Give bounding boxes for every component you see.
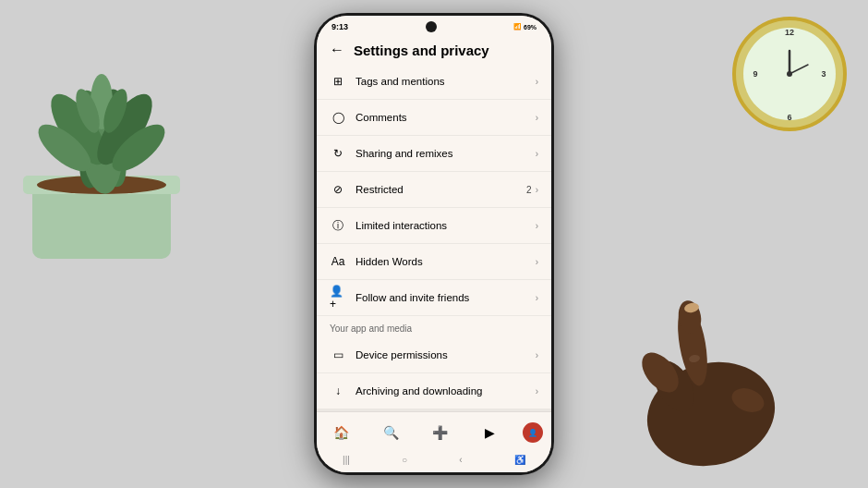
nav-search[interactable]: 🔍: [374, 420, 407, 445]
setting-label-follow: Follow and invite friends: [356, 292, 536, 303]
clock-decoration: 12 3 6 9: [729, 9, 850, 142]
setting-item-accessibility[interactable]: ⊕ Accessibility ›: [317, 409, 551, 411]
chevron-icon: ›: [536, 386, 538, 396]
nav-home[interactable]: 🏠: [325, 420, 358, 445]
setting-item-archiving[interactable]: ↓ Archiving and downloading ›: [317, 373, 551, 409]
svg-text:6: 6: [787, 113, 791, 122]
android-accessibility: ♿: [507, 453, 533, 467]
nav-add[interactable]: ➕: [424, 420, 457, 445]
chevron-icon: ›: [536, 113, 538, 123]
setting-item-tags[interactable]: ⊞ Tags and mentions ›: [317, 64, 551, 100]
setting-label-comments: Comments: [356, 112, 536, 123]
section-label-app-media: Your app and media: [317, 316, 551, 337]
setting-item-hidden-words[interactable]: Aa Hidden Words ›: [317, 244, 551, 280]
setting-item-comments[interactable]: ◯ Comments ›: [317, 100, 551, 136]
comments-icon: ◯: [330, 109, 346, 126]
android-nav: ||| ○ ‹ ♿: [317, 449, 551, 472]
setting-label-device: Device permissions: [356, 349, 536, 360]
android-home[interactable]: ○: [394, 453, 415, 467]
setting-label-archiving: Archiving and downloading: [356, 385, 536, 396]
nav-reels[interactable]: ▶: [474, 420, 507, 445]
setting-label-restricted: Restricted: [356, 184, 526, 195]
follow-icon: 👤+: [330, 289, 346, 306]
phone-device: 9:13 📶 69% ← Settings and privacy ⊞ Tags…: [314, 13, 554, 475]
device-icon: ▭: [330, 347, 346, 363]
sharing-icon: ↻: [330, 145, 346, 162]
nav-profile[interactable]: 👤: [523, 422, 543, 443]
battery-icon: 69%: [524, 24, 536, 30]
setting-item-limited[interactable]: ⓘ Limited interactions ›: [317, 208, 551, 244]
setting-label-limited: Limited interactions: [356, 220, 536, 231]
chevron-icon: ›: [536, 257, 538, 267]
back-button[interactable]: ←: [330, 42, 344, 58]
status-icons: 📶 69%: [513, 23, 536, 30]
settings-list: ⊞ Tags and mentions › ◯ Comments › ↻ Sha…: [317, 64, 551, 411]
setting-label-hidden-words: Hidden Words: [356, 256, 536, 267]
limited-icon: ⓘ: [330, 217, 346, 234]
android-recent[interactable]: |||: [335, 453, 357, 467]
svg-text:12: 12: [785, 28, 794, 37]
svg-point-21: [787, 71, 792, 77]
wifi-icon: 📶: [513, 23, 522, 30]
status-time: 9:13: [332, 22, 348, 31]
svg-text:3: 3: [821, 69, 826, 79]
chevron-icon: ›: [536, 350, 538, 360]
camera-notch: [426, 21, 437, 32]
chevron-icon: ›: [536, 221, 538, 231]
plant-decoration-left: [14, 28, 180, 250]
status-bar: 9:13 📶 69%: [317, 16, 551, 34]
setting-item-restricted[interactable]: ⊘ Restricted 2 ›: [317, 172, 551, 208]
bottom-nav: 🏠 🔍 ➕ ▶ 👤: [317, 411, 551, 449]
chevron-icon: ›: [536, 149, 538, 159]
tags-icon: ⊞: [330, 73, 346, 90]
page-title: Settings and privacy: [354, 43, 489, 58]
svg-text:9: 9: [753, 69, 757, 79]
phone-screen: 9:13 📶 69% ← Settings and privacy ⊞ Tags…: [317, 16, 551, 472]
android-back[interactable]: ‹: [452, 453, 469, 467]
restricted-badge: 2: [526, 185, 532, 195]
app-header: ← Settings and privacy: [317, 34, 551, 64]
setting-item-device[interactable]: ▭ Device permissions ›: [317, 337, 551, 373]
setting-label-tags: Tags and mentions: [356, 76, 536, 87]
setting-item-sharing[interactable]: ↻ Sharing and remixes ›: [317, 136, 551, 172]
archive-icon: ↓: [330, 383, 346, 399]
setting-label-sharing: Sharing and remixes: [356, 148, 536, 159]
chevron-icon: ›: [536, 293, 538, 303]
svg-rect-0: [32, 185, 171, 259]
setting-item-follow[interactable]: 👤+ Follow and invite friends ›: [317, 280, 551, 316]
chevron-icon: ›: [536, 185, 538, 195]
restricted-icon: ⊘: [330, 181, 346, 198]
chevron-icon: ›: [536, 77, 538, 87]
hidden-words-icon: Aa: [330, 253, 346, 270]
